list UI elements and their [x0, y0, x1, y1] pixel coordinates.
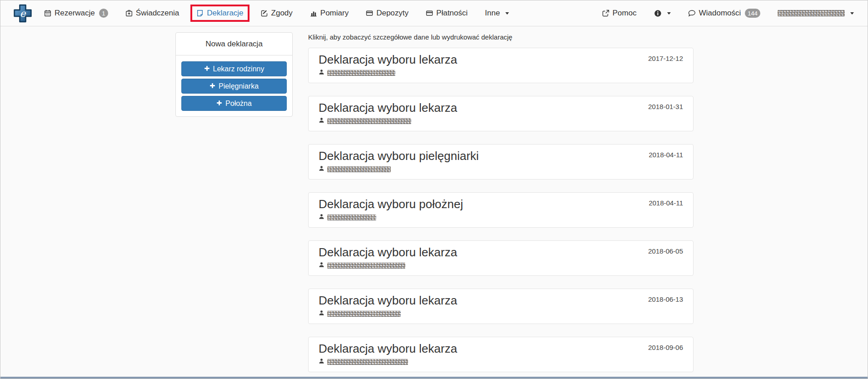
nav-item-swiadczenia[interactable]: Świadczenia	[125, 9, 179, 18]
nav-item-zgody[interactable]: Zgody	[261, 9, 293, 18]
user-name-redacted	[778, 10, 845, 16]
panel-body: Lekarz rodzinny Pielęgniarka Położna	[176, 55, 292, 116]
declaration-card[interactable]: Deklaracja wyboru lekarza 2018-09-06	[308, 337, 693, 372]
declaration-date: 2018-09-06	[648, 344, 683, 351]
user-menu[interactable]	[778, 10, 854, 16]
nav-label: Świadczenia	[136, 9, 179, 18]
nav-item-info[interactable]	[654, 10, 671, 17]
person-icon	[319, 165, 324, 173]
nav-label: Deklaracje	[207, 9, 243, 18]
app-logo[interactable]: e	[12, 4, 33, 23]
nav-item-platnosci[interactable]: Płatności	[426, 9, 468, 18]
patient-name-redacted	[327, 214, 376, 220]
declaration-card[interactable]: Deklaracja wyboru lekarza 2018-06-05	[308, 240, 693, 276]
declaration-title: Deklaracja wyboru lekarza	[319, 244, 683, 260]
nav-item-rezerwacje[interactable]: Rezerwacje 1	[44, 9, 108, 18]
nav-item-depozyty[interactable]: Depozyty	[366, 9, 409, 18]
declaration-title: Deklaracja wyboru lekarza	[319, 52, 683, 67]
declaration-title: Deklaracja wyboru lekarza	[319, 100, 683, 115]
file-icon	[196, 10, 204, 17]
nav-item-deklaracje[interactable]: Deklaracje	[196, 9, 243, 18]
external-link-icon	[602, 10, 609, 17]
declaration-person	[319, 69, 683, 77]
nav-label: Płatności	[436, 9, 468, 18]
person-icon	[319, 261, 324, 269]
nav-item-wiadomosci[interactable]: Wiadomości 144	[688, 9, 760, 18]
caret-down-icon	[505, 12, 509, 15]
nav-label: Zgody	[271, 9, 293, 18]
declaration-person	[319, 261, 683, 269]
nav-item-pomiary[interactable]: Pomiary	[310, 9, 349, 18]
person-icon	[319, 213, 324, 221]
list-instruction: Kliknij, aby zobaczyć szczegółowe dane l…	[308, 33, 693, 41]
declaration-person	[319, 358, 683, 366]
credit-card-icon	[366, 10, 373, 17]
svg-text:e: e	[20, 8, 26, 19]
person-icon	[319, 117, 324, 125]
declaration-title: Deklaracja wyboru lekarza	[319, 293, 683, 308]
declaration-person	[319, 309, 683, 318]
add-family-doctor-button[interactable]: Lekarz rodzinny	[181, 61, 287, 76]
declaration-date: 2018-06-05	[648, 247, 683, 255]
add-nurse-button[interactable]: Pielęgniarka	[181, 79, 287, 94]
credit-card-icon	[426, 10, 433, 17]
declaration-person	[319, 117, 683, 125]
declaration-card[interactable]: Deklaracja wyboru lekarza 2018-06-13	[308, 289, 693, 324]
nav-label: Pomoc	[613, 9, 637, 18]
declaration-person	[319, 213, 683, 221]
messages-badge: 144	[745, 9, 760, 18]
patient-name-redacted	[327, 118, 411, 124]
reservations-badge: 1	[99, 9, 108, 18]
declaration-card[interactable]: Deklaracja wyboru lekarza 2018-01-31	[308, 96, 693, 131]
person-icon	[319, 69, 324, 77]
declaration-title: Deklaracja wyboru lekarza	[319, 341, 683, 356]
nav-item-pomoc[interactable]: Pomoc	[602, 9, 637, 18]
calendar-icon	[44, 10, 51, 17]
nav-menu: Rezerwacje 1 Świadczenia Deklaracje Zgod…	[44, 5, 509, 22]
bar-chart-icon	[310, 10, 317, 17]
plus-icon	[204, 65, 210, 73]
declaration-date: 2018-04-11	[649, 151, 683, 159]
declaration-date: 2018-04-11	[649, 199, 683, 207]
nav-label: Inne	[485, 9, 500, 18]
e-health-cross-logo: e	[12, 4, 33, 23]
declaration-card[interactable]: Deklaracja wyboru lekarza 2017-12-12	[308, 48, 693, 83]
declaration-date: 2018-06-13	[648, 295, 683, 303]
nav-label: Depozyty	[376, 9, 409, 18]
declaration-date: 2017-12-12	[648, 55, 683, 62]
nav-label: Pomiary	[320, 9, 349, 18]
caret-down-icon	[667, 12, 671, 15]
declaration-date: 2018-01-31	[648, 103, 683, 110]
info-circle-icon	[654, 10, 662, 17]
red-highlight-annotation: Deklaracje	[190, 5, 249, 22]
declaration-card[interactable]: Deklaracja wyboru pielęgniarki 2018-04-1…	[308, 144, 693, 180]
medical-bag-icon	[125, 10, 133, 17]
chat-icon	[688, 10, 696, 17]
patient-name-redacted	[327, 166, 391, 172]
person-icon	[319, 358, 324, 366]
patient-name-redacted	[327, 311, 401, 317]
patient-name-redacted	[327, 359, 408, 365]
patient-name-redacted	[327, 70, 395, 76]
pencil-square-icon	[261, 10, 268, 17]
window-bottom-edge	[0, 377, 868, 379]
plus-icon	[216, 100, 222, 108]
caret-down-icon	[850, 12, 854, 15]
declarations-list: Kliknij, aby zobaczyć szczegółowe dane l…	[308, 33, 693, 379]
panel-title: Nowa deklaracja	[176, 33, 292, 55]
top-navbar: e Rezerwacje 1 Świadczenia Deklaracje	[0, 0, 868, 26]
nav-item-inne[interactable]: Inne	[485, 9, 509, 18]
add-midwife-button[interactable]: Położna	[181, 96, 287, 111]
declaration-title: Deklaracja wyboru pielęgniarki	[319, 148, 683, 164]
plus-icon	[210, 82, 215, 90]
navbar-right: Pomoc Wiadomości 144	[602, 9, 854, 18]
declaration-person	[319, 165, 683, 173]
nav-label: Wiadomości	[699, 9, 741, 18]
nav-label: Rezerwacje	[55, 9, 95, 18]
person-icon	[319, 309, 324, 318]
declaration-title: Deklaracja wyboru położnej	[319, 196, 683, 212]
declaration-card[interactable]: Deklaracja wyboru położnej 2018-04-11	[308, 192, 693, 228]
new-declaration-panel: Nowa deklaracja Lekarz rodzinny Pielęgni…	[175, 32, 293, 117]
patient-name-redacted	[327, 263, 405, 269]
